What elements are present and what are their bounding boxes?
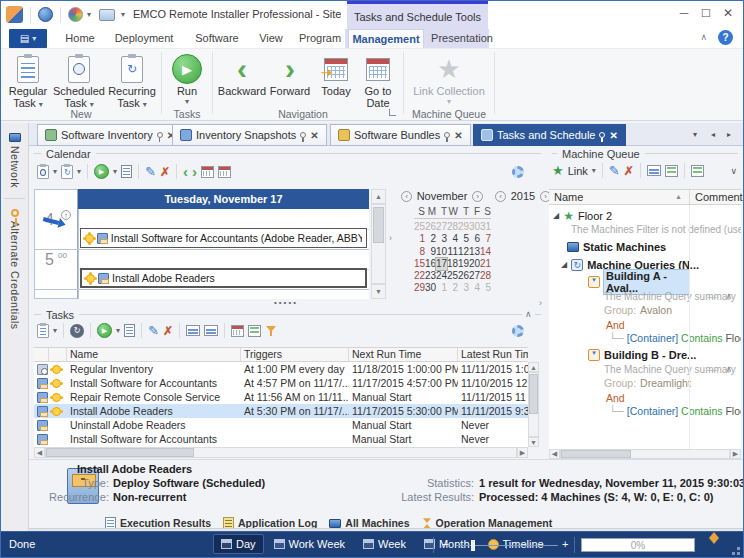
edit-icon[interactable]: ✎ (145, 165, 156, 178)
calendar-day-cell[interactable]: 29 (414, 282, 425, 294)
task-schedule-cell[interactable] (49, 393, 67, 402)
dropdown-caret-icon[interactable]: ▾ (592, 167, 596, 175)
tree-item-static-machines[interactable]: Static Machines (549, 239, 741, 254)
resize-grip[interactable] (737, 552, 740, 555)
table-row[interactable]: Install Software for AccountantsManual S… (34, 432, 528, 446)
table-row[interactable]: Install Software for AccountantsAt 4:57 … (34, 376, 528, 390)
calendar-day-cell[interactable]: 26 (425, 221, 436, 233)
recurring-task-button[interactable]: ↻ Recurring Task ▾ (107, 52, 157, 109)
prev-month-icon[interactable]: ‹ (401, 191, 412, 202)
palette-dropdown-icon[interactable]: ▾ (87, 11, 91, 19)
task-next-run[interactable]: Manual Start (349, 433, 458, 445)
column-divider[interactable] (689, 190, 690, 204)
close-tab-icon[interactable]: ✕ (454, 130, 462, 141)
calendar-day-cell[interactable]: 23 (425, 270, 436, 282)
scroll-left-button[interactable]: ◀ (34, 447, 45, 458)
today-icon[interactable] (201, 166, 214, 178)
task-trigger[interactable]: At 4:57 PM on 11/17/... (241, 377, 349, 389)
calendar-day-cell[interactable]: 27 (436, 221, 447, 233)
task-latest-run[interactable]: Never (458, 419, 528, 431)
doc-tab-inventory-snapshots[interactable]: Inventory Snapshots ✕ (172, 124, 327, 146)
report-icon[interactable] (121, 165, 132, 178)
zoom-out-button[interactable]: − (442, 538, 448, 550)
tree-item-query[interactable]: Building B - Dre... (549, 347, 741, 363)
calendar-day-cell[interactable]: 6 (469, 233, 480, 245)
tree-item-group[interactable]: ◢★Floor 2 (549, 208, 741, 223)
dropdown-caret-icon[interactable]: ▾ (116, 327, 120, 335)
close-tab-icon[interactable]: ✕ (609, 130, 617, 141)
calendar-day-cell[interactable]: 20 (469, 258, 480, 270)
today-button[interactable]: ➝ Today (315, 52, 357, 98)
task-schedule-cell[interactable] (49, 365, 67, 374)
doc-tab-software-inventory[interactable]: Software Inventory ✕ (37, 124, 183, 146)
column-latest-run-time[interactable]: Latest Run Time (458, 348, 528, 361)
column-comment[interactable]: Comment (695, 191, 743, 204)
dropdown-caret-icon[interactable]: ▾ (53, 327, 57, 335)
task-type-cell[interactable] (34, 434, 49, 445)
task-trigger[interactable]: At 11:56 AM on 11/11... (241, 391, 349, 403)
calendar-day-cell[interactable]: 28 (447, 221, 458, 233)
column-type-icon[interactable] (34, 348, 49, 361)
tasks-settings-gear-icon[interactable] (512, 325, 524, 337)
column-schedule-icon[interactable] (49, 348, 67, 361)
layout-horizontal-icon[interactable] (647, 165, 661, 176)
theme-palette-icon[interactable] (68, 7, 83, 22)
task-latest-run[interactable]: Never (458, 433, 528, 445)
calendar-day-cell[interactable]: 10 (436, 246, 447, 258)
tab-presentation[interactable]: Presentation (426, 29, 498, 48)
task-type-cell[interactable] (34, 364, 49, 375)
task-latest-run[interactable]: 11/11/2015 9:3 (458, 405, 528, 417)
zoom-slider-thumb[interactable] (471, 540, 475, 551)
calendar-day-cell[interactable]: 25 (447, 270, 458, 282)
calendar-day-cell[interactable]: 14 (480, 246, 491, 258)
filter-icon[interactable] (265, 325, 277, 337)
dialog-launcher-icon[interactable] (389, 109, 396, 116)
task-name[interactable]: Install Adobe Readers (67, 405, 241, 417)
task-type-cell[interactable] (34, 406, 49, 417)
tree-item-query[interactable]: Building A - Aval... (549, 274, 741, 290)
calendar-day-cell[interactable]: 3 (458, 282, 469, 294)
task-type-cell[interactable] (34, 420, 49, 431)
calendar-day-cell[interactable]: 25 (414, 221, 425, 233)
dropdown-caret-icon[interactable]: ▾ (113, 168, 117, 176)
new-recurring-task-icon[interactable]: ↻ (61, 165, 73, 179)
layout-grid-icon[interactable] (665, 165, 678, 177)
table-view-icon[interactable] (248, 325, 261, 337)
calendar-day-cell[interactable]: 17 (436, 258, 447, 270)
scroll-up-button[interactable]: ▲ (528, 362, 539, 372)
calendar-day-cell[interactable]: 29 (458, 221, 469, 233)
table-row[interactable]: Repair Remote Console ServiceAt 11:56 AM… (34, 390, 528, 404)
task-name[interactable]: Install Software for Accountants (67, 377, 241, 389)
delete-icon[interactable]: ✗ (160, 166, 170, 178)
task-name[interactable]: Repair Remote Console Service (67, 391, 241, 403)
new-scheduled-task-icon[interactable] (37, 165, 49, 179)
edit-icon[interactable]: ✎ (609, 164, 620, 177)
task-next-run[interactable]: 11/17/2015 4:57:00 PM (349, 377, 458, 389)
scrollbar-thumb[interactable] (529, 374, 538, 414)
column-name[interactable]: Name (554, 191, 583, 204)
calendar-day-cell[interactable]: 12 (458, 246, 469, 258)
pin-icon[interactable] (157, 132, 163, 138)
task-next-run[interactable]: 11/17/2015 5:30:00 PM (349, 405, 458, 417)
rerun-icon[interactable]: ↻ (70, 324, 84, 338)
calendar-day-cell[interactable]: 7 (480, 233, 491, 245)
close-tab-icon[interactable]: ✕ (310, 130, 318, 141)
edit-icon[interactable]: ✎ (148, 324, 159, 337)
side-tab-alternate-credentials[interactable]: Alternate Credentials (1, 203, 28, 336)
table-row[interactable]: Regular InventoryAt 1:00 PM every day11/… (34, 362, 528, 376)
task-type-cell[interactable] (34, 378, 49, 389)
backward-button[interactable]: ‹ Backward (217, 52, 267, 98)
report-icon[interactable] (124, 324, 135, 337)
calendar-day-cell[interactable]: 5 (480, 282, 491, 294)
calendar-day-cell[interactable]: 2 (425, 233, 436, 245)
task-next-run[interactable]: Manual Start (349, 419, 458, 431)
table-row[interactable]: Install Adobe ReadersAt 5:30 PM on 11/17… (34, 404, 528, 418)
pin-icon[interactable] (599, 132, 605, 138)
calendar-day-cell[interactable]: 26 (458, 270, 469, 282)
task-latest-run[interactable]: 11/10/2015 12 (458, 377, 528, 389)
network-scan-icon[interactable] (38, 7, 53, 22)
tab-home[interactable]: Home (56, 29, 104, 48)
scheduled-task-button[interactable]: Scheduled Task ▾ (53, 52, 105, 109)
qat-customize-icon[interactable]: ▾ (121, 11, 125, 19)
calendar-day-cell[interactable]: 30 (425, 282, 436, 294)
